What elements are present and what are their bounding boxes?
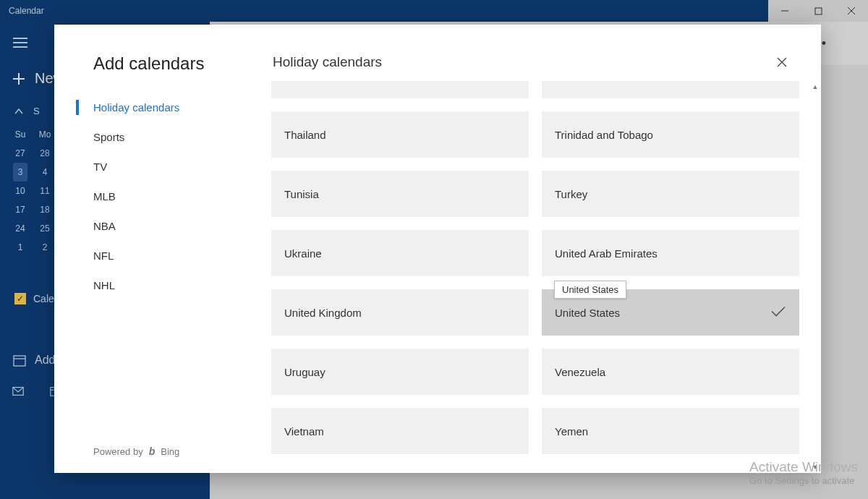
country-tile[interactable] — [542, 81, 799, 98]
country-name: Turkey — [555, 188, 587, 200]
bing-logo-icon: b — [149, 445, 156, 457]
countries-scroll-area: Thailand Trinidad and Tobago Tunisia Tur… — [271, 81, 821, 473]
country-tile[interactable]: Thailand — [271, 111, 529, 158]
country-name: Uruguay — [284, 366, 326, 378]
category-label: Holiday calendars — [93, 101, 179, 114]
modal-header: Holiday calendars — [271, 25, 821, 81]
country-name: Thailand — [284, 129, 326, 141]
category-tv[interactable]: TV — [54, 152, 271, 182]
country-tile[interactable]: Tunisia — [271, 171, 529, 217]
powered-by-label: Powered by — [93, 446, 143, 457]
country-name: United Kingdom — [284, 307, 362, 319]
scroll-up-icon[interactable]: ▲ — [809, 81, 821, 93]
country-name: Ukraine — [284, 247, 322, 260]
category-label: NBA — [93, 220, 116, 232]
country-name: Yemen — [555, 425, 588, 438]
category-label: NFL — [93, 250, 114, 262]
checkmark-icon — [770, 306, 786, 320]
scroll-track[interactable] — [809, 93, 821, 461]
country-tile[interactable]: Uruguay — [271, 349, 529, 395]
category-nhl[interactable]: NHL — [54, 270, 271, 300]
close-modal-button[interactable] — [773, 54, 791, 71]
section-title: Holiday calendars — [273, 54, 773, 70]
category-label: MLB — [93, 190, 116, 202]
country-name: Tunisia — [284, 188, 319, 200]
category-holiday-calendars[interactable]: Holiday calendars — [54, 93, 271, 122]
close-icon — [777, 57, 787, 67]
country-tile[interactable]: Turkey — [542, 171, 799, 217]
country-tile[interactable]: Venezuela — [542, 349, 799, 395]
country-name: Venezuela — [555, 366, 605, 378]
countries-grid: Thailand Trinidad and Tobago Tunisia Tur… — [271, 81, 799, 454]
category-nfl[interactable]: NFL — [54, 241, 271, 270]
category-mlb[interactable]: MLB — [54, 182, 271, 211]
category-sports[interactable]: Sports — [54, 122, 271, 152]
country-tile[interactable]: Trinidad and Tobago — [542, 111, 799, 158]
country-tile[interactable]: Yemen — [542, 408, 799, 454]
modal-title: Add calendars — [54, 54, 271, 93]
category-label: Sports — [93, 131, 124, 143]
category-label: NHL — [93, 279, 115, 291]
tooltip-text: United States — [562, 284, 618, 295]
country-name: United States — [555, 307, 620, 319]
country-tile[interactable]: Ukraine — [271, 230, 529, 276]
bing-label: Bing — [161, 446, 179, 457]
add-calendars-modal: Add calendars Holiday calendars Sports T… — [54, 25, 821, 473]
powered-by: Powered by b Bing — [93, 445, 179, 457]
modal-sidebar: Add calendars Holiday calendars Sports T… — [54, 25, 271, 473]
country-name: Trinidad and Tobago — [555, 129, 653, 141]
tooltip: United States — [554, 281, 626, 299]
category-label: TV — [93, 161, 107, 173]
country-tile[interactable] — [271, 81, 529, 98]
country-tile[interactable]: United Kingdom — [271, 289, 529, 336]
country-name: Vietnam — [284, 425, 324, 438]
country-tile[interactable]: Vietnam — [271, 408, 529, 454]
country-name: United Arab Emirates — [555, 247, 658, 260]
country-tile[interactable]: United Arab Emirates — [542, 230, 799, 276]
scroll-down-icon[interactable]: ▼ — [809, 461, 821, 473]
scrollbar[interactable]: ▲ ▼ — [809, 81, 821, 473]
category-nba[interactable]: NBA — [54, 211, 271, 241]
modal-content: Holiday calendars Thailand Trinidad and … — [271, 25, 821, 473]
